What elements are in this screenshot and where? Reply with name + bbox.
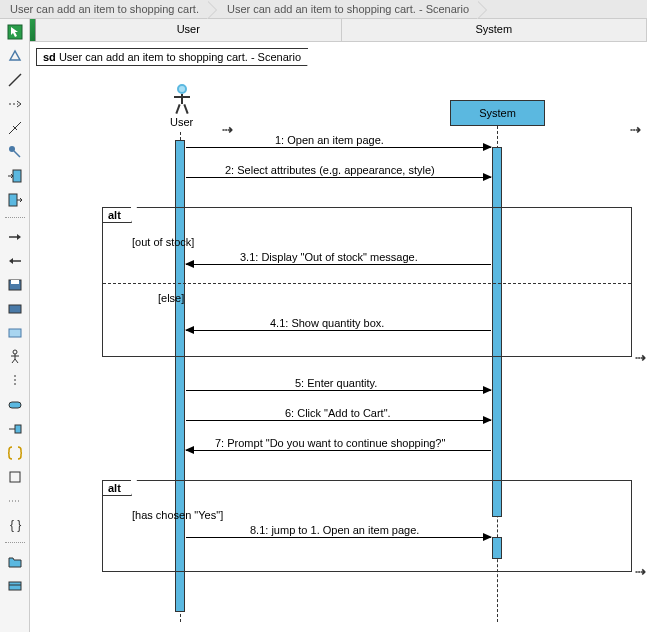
merge-tool-icon[interactable] bbox=[6, 420, 24, 438]
folder-tool-icon[interactable] bbox=[6, 553, 24, 571]
svg-rect-7 bbox=[13, 170, 21, 182]
message-1[interactable] bbox=[186, 147, 491, 148]
frame-out-tool-icon[interactable] bbox=[6, 191, 24, 209]
svg-rect-12 bbox=[11, 280, 19, 284]
actor-user-icon bbox=[172, 84, 192, 114]
block-tool-icon[interactable] bbox=[6, 300, 24, 318]
square-outline-tool-icon[interactable] bbox=[6, 468, 24, 486]
lifeline-system-label: System bbox=[479, 107, 516, 119]
resize-arrow-icon[interactable]: ⇢ bbox=[635, 564, 646, 579]
message-5[interactable] bbox=[186, 390, 491, 391]
svg-rect-24 bbox=[10, 472, 20, 482]
svg-rect-14 bbox=[9, 329, 21, 337]
activation-system-2[interactable] bbox=[492, 537, 502, 559]
breadcrumb: User can add an item to shopping cart. U… bbox=[0, 0, 647, 19]
dash-line-tool-icon[interactable] bbox=[6, 372, 24, 390]
cross-line-tool-icon[interactable] bbox=[6, 119, 24, 137]
cursor-tool-icon[interactable] bbox=[6, 23, 24, 41]
svg-point-15 bbox=[13, 350, 17, 354]
message-2[interactable] bbox=[186, 177, 491, 178]
message-8-1[interactable] bbox=[186, 537, 491, 538]
breadcrumb-item-2[interactable]: User can add an item to shopping cart. -… bbox=[217, 1, 487, 17]
arrow-right-tool-icon[interactable] bbox=[6, 228, 24, 246]
dash-arrow-tool-icon[interactable] bbox=[6, 95, 24, 113]
svg-line-19 bbox=[15, 359, 18, 363]
breadcrumb-item-1[interactable]: User can add an item to shopping cart. bbox=[0, 1, 217, 17]
pin-tool-icon[interactable] bbox=[6, 143, 24, 161]
actor-user[interactable]: User bbox=[170, 84, 193, 128]
guard-out-of-stock: [out of stock] bbox=[132, 236, 194, 248]
svg-text:{ }: { } bbox=[10, 518, 21, 532]
triangle-tool-icon[interactable] bbox=[6, 47, 24, 65]
toolbar: { } bbox=[0, 19, 30, 632]
svg-rect-21 bbox=[9, 402, 21, 408]
sd-prefix: sd bbox=[43, 51, 56, 63]
message-3-1[interactable] bbox=[186, 264, 491, 265]
sd-frame-label[interactable]: sd User can add an item to shopping cart… bbox=[36, 48, 308, 66]
svg-line-1 bbox=[9, 74, 21, 86]
actor-user-label: User bbox=[170, 116, 193, 128]
message-1-label: 1: Open an item page. bbox=[275, 134, 384, 146]
resize-arrow-icon[interactable]: ⇢ bbox=[222, 122, 233, 137]
tool-separator bbox=[5, 542, 25, 545]
sd-title: User can add an item to shopping cart. -… bbox=[59, 51, 301, 63]
message-7-label: 7: Prompt "Do you want to continue shopp… bbox=[215, 437, 445, 449]
header-system[interactable]: System bbox=[342, 19, 648, 41]
message-6-label: 6: Click "Add to Cart". bbox=[285, 407, 391, 419]
message-3-1-label: 3.1: Display "Out of stock" message. bbox=[240, 251, 418, 263]
message-5-label: 5: Enter quantity. bbox=[295, 377, 377, 389]
guard-else: [else] bbox=[158, 292, 184, 304]
line-tool-icon[interactable] bbox=[6, 71, 24, 89]
header-user[interactable]: User bbox=[36, 19, 342, 41]
actor-tool-icon[interactable] bbox=[6, 348, 24, 366]
svg-rect-13 bbox=[9, 305, 21, 313]
alt-label-1: alt bbox=[102, 207, 132, 223]
svg-line-6 bbox=[14, 151, 20, 157]
alt-divider bbox=[103, 283, 631, 284]
message-2-label: 2: Select attributes (e.g. appearance, s… bbox=[225, 164, 435, 176]
diagram-canvas[interactable]: sd User can add an item to shopping cart… bbox=[30, 42, 647, 632]
svg-line-18 bbox=[12, 359, 15, 363]
svg-rect-27 bbox=[9, 582, 21, 590]
diagram-header: User System bbox=[30, 19, 647, 42]
message-7[interactable] bbox=[186, 450, 491, 451]
message-4-1[interactable] bbox=[186, 330, 491, 331]
lifeline-system[interactable]: System bbox=[450, 100, 545, 126]
rounded-rect-tool-icon[interactable] bbox=[6, 396, 24, 414]
dotted-tool-icon[interactable] bbox=[6, 492, 24, 510]
alt-frame-1[interactable]: alt bbox=[102, 207, 632, 357]
resize-arrow-icon[interactable]: ⇢ bbox=[635, 350, 646, 365]
arrow-left-tool-icon[interactable] bbox=[6, 252, 24, 270]
braces-tool-icon[interactable] bbox=[6, 444, 24, 462]
message-8-1-label: 8.1: jump to 1. Open an item page. bbox=[250, 524, 419, 536]
card-tool-icon[interactable] bbox=[6, 577, 24, 595]
guard-yes: [has chosen "Yes"] bbox=[132, 509, 223, 521]
block-save-tool-icon[interactable] bbox=[6, 276, 24, 294]
svg-rect-8 bbox=[9, 194, 17, 206]
diagram-container: User System sd User can add an item to s… bbox=[30, 19, 647, 632]
alt-label-2: alt bbox=[102, 480, 132, 496]
frame-in-tool-icon[interactable] bbox=[6, 167, 24, 185]
tool-separator bbox=[5, 217, 25, 220]
message-4-1-label: 4.1: Show quantity box. bbox=[270, 317, 384, 329]
curly-tool-icon[interactable]: { } bbox=[6, 516, 24, 534]
svg-rect-23 bbox=[15, 425, 21, 433]
message-6[interactable] bbox=[186, 420, 491, 421]
resize-arrow-icon[interactable]: ⇢ bbox=[630, 122, 641, 137]
rect-tool-icon[interactable] bbox=[6, 324, 24, 342]
